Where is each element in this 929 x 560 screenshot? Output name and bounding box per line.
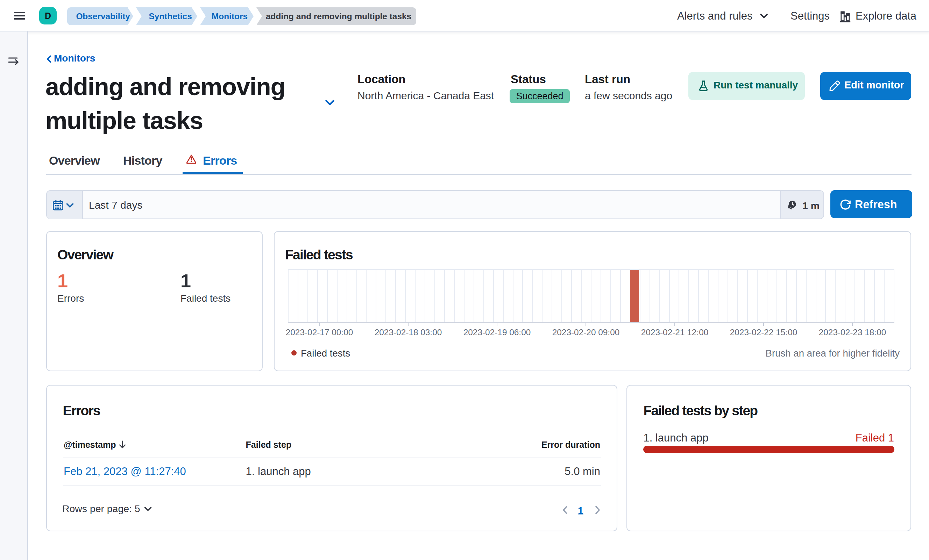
svg-text:Monitors: Monitors — [212, 12, 248, 21]
svg-text:adding and removing multiple t: adding and removing multiple tasks — [266, 12, 411, 21]
svg-text:Synthetics: Synthetics — [149, 12, 192, 21]
svg-text:Observability: Observability — [76, 12, 130, 21]
